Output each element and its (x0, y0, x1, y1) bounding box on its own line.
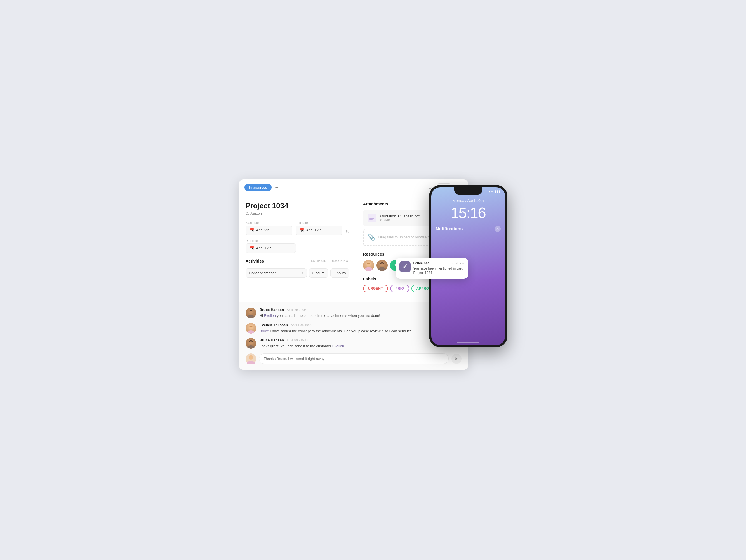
iphone-notifications-close[interactable]: ✕ (494, 226, 501, 232)
svg-rect-3 (369, 218, 374, 219)
check-icon: ✓ (403, 263, 407, 270)
battery-icon: ▮▮▮ (495, 190, 501, 193)
label-urgent[interactable]: URGENT (363, 285, 388, 292)
calendar-icon-3: 📅 (249, 246, 254, 250)
comment-author-2: Evelien Thijssen (260, 323, 288, 327)
comment-time-3: April 10th 15:16 (287, 339, 308, 342)
svg-point-15 (249, 355, 253, 360)
refresh-dates-button[interactable]: ↻ (346, 229, 349, 234)
due-date-input[interactable]: 📅 April 12th (246, 244, 296, 253)
svg-point-11 (249, 325, 253, 329)
remaining-col-header: REMAINING (330, 259, 349, 262)
project-title: Project 1034 (246, 201, 349, 210)
iphone-date: Monday April 10th (436, 198, 501, 203)
mention-evelien-1[interactable]: Evelien (264, 313, 276, 318)
calendar-icon-2: 📅 (299, 228, 304, 232)
comment-avatar-evelien (246, 323, 256, 334)
status-button[interactable]: In progress (245, 184, 271, 191)
iphone-time: 15:16 (436, 204, 501, 221)
due-date-row: Due date 📅 April 12th (246, 239, 349, 253)
iphone-notch (454, 187, 482, 195)
start-date-value: April 3th (256, 228, 270, 232)
notif-line2: Project 1034 (413, 271, 432, 275)
svg-rect-4 (369, 219, 373, 220)
notif-line1: You have been mentioned in card (413, 267, 463, 270)
comment-time-1: April 3th 09:04 (287, 308, 307, 311)
iphone-notifications-header: Notifications ✕ (436, 226, 501, 232)
svg-point-14 (247, 345, 255, 349)
end-date-field: End date 📅 April 12th (296, 221, 342, 235)
notif-header: Bruce has... Just now (413, 261, 464, 265)
activity-dropdown[interactable]: Concept creation ▾ (246, 269, 307, 278)
resource-avatar-bruce (376, 260, 388, 271)
activities-section: Activities ESTIMATE REMAINING Concept cr… (246, 259, 349, 280)
comment-input[interactable] (259, 354, 449, 364)
start-date-field: Start date 📅 April 3th (246, 221, 292, 235)
wifi-icon: ▾▾▾ (489, 190, 494, 193)
notification-card: ✓ Bruce has... Just now You have been me… (396, 258, 468, 279)
calendar-icon: 📅 (249, 228, 254, 232)
svg-point-10 (247, 315, 255, 318)
project-owner: C. Janzen (246, 211, 349, 216)
notif-app-icon: ✓ (399, 261, 411, 272)
comment-avatar-bruce-3 (246, 338, 256, 349)
mention-evelien-3[interactable]: Evelien (332, 344, 344, 348)
next-arrow-button[interactable]: → (275, 185, 280, 190)
comment-author-1: Bruce Hansen (260, 308, 284, 312)
comment-input-avatar (246, 354, 256, 364)
end-date-label: End date (296, 221, 342, 224)
end-date-input[interactable]: 📅 April 12th (296, 226, 342, 235)
start-date-label: Start date (246, 221, 292, 224)
send-icon: ➤ (455, 356, 458, 361)
scene: In progress → ☆ ⚡ ▾ ✕ Project 1034 (239, 179, 508, 381)
label-prio[interactable]: PRIO (390, 285, 409, 292)
estimate-col-header: ESTIMATE (309, 259, 329, 262)
notif-app-name: Bruce has... (413, 261, 432, 265)
comment-text-before-1: Hi (260, 313, 264, 318)
notif-text: You have been mentioned in card Project … (413, 266, 464, 276)
activities-columns: ESTIMATE REMAINING (309, 259, 349, 262)
iphone-notifications-title: Notifications (436, 226, 463, 231)
start-date-input[interactable]: 📅 April 3th (246, 226, 292, 235)
svg-point-8 (378, 267, 386, 271)
activity-name: Concept creation (249, 271, 277, 275)
comment-time-2: April 10th 10:59 (291, 323, 312, 327)
upload-text: Drag files to upload or browse files (378, 234, 434, 240)
comment-input-row: ➤ (246, 354, 462, 364)
svg-point-5 (367, 262, 371, 266)
svg-rect-2 (369, 217, 373, 218)
svg-rect-1 (369, 216, 375, 216)
start-end-date-row: Start date 📅 April 3th End date 📅 April … (246, 221, 349, 235)
svg-point-16 (247, 361, 255, 364)
svg-point-12 (247, 330, 255, 334)
due-date-value: April 12th (256, 246, 271, 250)
pdf-icon (367, 213, 377, 223)
end-date-value: April 12th (306, 228, 322, 232)
activity-remaining[interactable]: 1 hours (331, 269, 349, 278)
upload-icon: 📎 (368, 234, 375, 241)
due-date-field: Due date 📅 April 12th (246, 239, 296, 253)
resource-avatar-evelien (363, 260, 374, 271)
comment-text-after-1: you can add the concept in the attachmen… (276, 313, 380, 318)
activity-estimate[interactable]: 6 hours (309, 269, 328, 278)
due-date-label: Due date (246, 239, 296, 242)
svg-point-6 (365, 267, 373, 271)
mention-bruce-2[interactable]: Bruce (260, 329, 269, 333)
comment-author-3: Bruce Hansen (260, 338, 284, 342)
activities-title: Activities (246, 259, 264, 263)
activity-row: Concept creation ▾ 6 hours 1 hours (246, 266, 349, 280)
iphone-home-indicator (457, 342, 480, 343)
activity-chevron-icon: ▾ (302, 271, 303, 275)
comment-text-after-2: I have added the concept to the attachme… (269, 329, 411, 333)
notif-time: Just now (452, 261, 464, 265)
left-panel: Project 1034 C. Janzen Start date 📅 Apri… (239, 196, 356, 302)
iphone-content: Monday April 10th 15:16 Notifications ✕ (431, 196, 505, 237)
comment-text-before-3: Looks great! You can send it to the cust… (260, 344, 332, 348)
send-button[interactable]: ➤ (452, 354, 462, 364)
activities-header: Activities ESTIMATE REMAINING (246, 259, 349, 263)
notif-body: Bruce has... Just now You have been ment… (413, 261, 464, 276)
comment-avatar-bruce-1 (246, 308, 256, 318)
top-bar-left: In progress → (245, 184, 280, 191)
